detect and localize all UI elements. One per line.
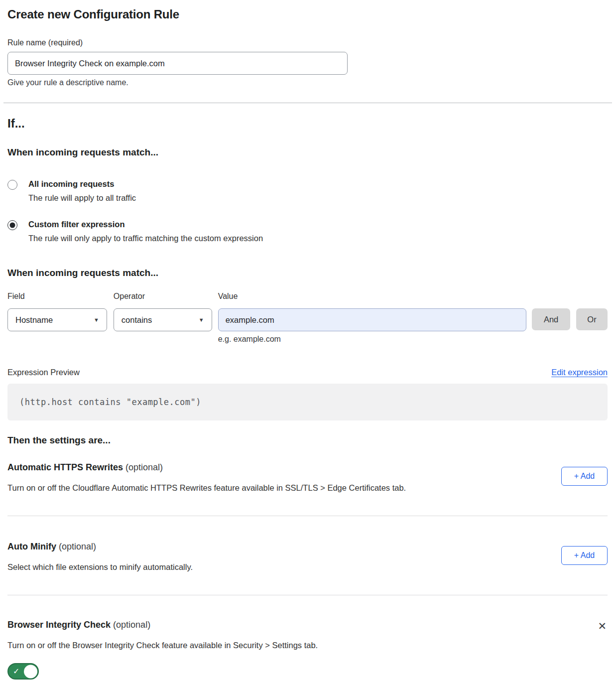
page-title: Create new Configuration Rule	[7, 7, 608, 21]
setting-auto-minify: Auto Minify (optional) Select which file…	[7, 542, 608, 572]
checkmark-icon: ✓	[13, 667, 19, 676]
radio-option-custom-filter-expression[interactable]: Custom filter expression The rule will o…	[7, 220, 608, 243]
optional-tag: (optional)	[125, 462, 163, 472]
radio-label: Custom filter expression	[28, 220, 263, 229]
radio-unselected-icon[interactable]	[7, 180, 17, 190]
setting-title: Browser Integrity Check (optional)	[7, 620, 318, 630]
setting-title: Auto Minify (optional)	[7, 542, 193, 552]
add-auto-minify-button[interactable]: + Add	[561, 546, 608, 565]
setting-automatic-https-rewrites: Automatic HTTPS Rewrites (optional) Turn…	[7, 462, 608, 493]
add-automatic-https-rewrites-button[interactable]: + Add	[561, 467, 608, 486]
or-button[interactable]: Or	[576, 308, 608, 330]
edit-expression-link[interactable]: Edit expression	[551, 368, 608, 377]
operator-select-value: contains	[122, 315, 152, 325]
expression-preview-code: (http.host contains "example.com")	[7, 384, 608, 420]
radio-selected-icon[interactable]	[7, 220, 17, 230]
expression-builder-row: Field Hostname ▼ Operator contains ▼ Val…	[7, 292, 608, 344]
setting-description: Select which file extensions to minify a…	[7, 562, 193, 572]
radio-label: All incoming requests	[28, 179, 136, 189]
chevron-down-icon: ▼	[199, 317, 204, 323]
setting-description: Turn on or off the Browser Integrity Che…	[7, 641, 318, 650]
rule-name-label: Rule name (required)	[7, 38, 608, 47]
field-select-value: Hostname	[15, 315, 53, 325]
value-input[interactable]	[218, 308, 526, 331]
radio-description: The rule will apply to all traffic	[28, 193, 136, 203]
rule-name-input[interactable]	[7, 52, 348, 75]
create-configuration-rule-form: Create new Configuration Rule Rule name …	[0, 0, 616, 686]
optional-tag: (optional)	[113, 620, 150, 630]
browser-integrity-check-toggle[interactable]: ✓	[7, 663, 39, 680]
settings-heading: Then the settings are...	[7, 435, 608, 446]
toggle-knob[interactable]	[24, 665, 37, 678]
operator-select[interactable]: contains ▼	[114, 308, 212, 331]
value-label: Value	[218, 292, 526, 301]
section-divider	[7, 595, 608, 595]
close-icon[interactable]: ✕	[597, 620, 608, 633]
radio-description: The rule will only apply to traffic matc…	[28, 234, 263, 243]
setting-title: Automatic HTTPS Rewrites (optional)	[7, 462, 406, 473]
expression-preview-header: Expression Preview Edit expression	[7, 368, 608, 377]
rule-name-group: Rule name (required) Give your rule a de…	[7, 38, 608, 87]
value-helper: e.g. example.com	[218, 335, 526, 344]
expression-preview-label: Expression Preview	[7, 368, 80, 377]
section-divider	[7, 516, 608, 516]
rule-name-helper: Give your rule a descriptive name.	[7, 78, 608, 87]
expression-builder-heading: When incoming requests match...	[7, 268, 608, 278]
top-divider	[3, 103, 612, 103]
chevron-down-icon: ▼	[94, 317, 99, 323]
radio-option-all-incoming-requests[interactable]: All incoming requests The rule will appl…	[7, 179, 608, 203]
if-heading: If...	[7, 117, 608, 131]
setting-browser-integrity-check: Browser Integrity Check (optional) Turn …	[7, 620, 608, 682]
field-select[interactable]: Hostname ▼	[7, 308, 107, 331]
match-heading: When incoming requests match...	[7, 147, 608, 158]
and-button[interactable]: And	[532, 308, 570, 330]
operator-label: Operator	[114, 292, 212, 301]
setting-description: Turn on or off the Cloudflare Automatic …	[7, 483, 406, 493]
optional-tag: (optional)	[59, 542, 96, 551]
field-label: Field	[7, 292, 107, 301]
